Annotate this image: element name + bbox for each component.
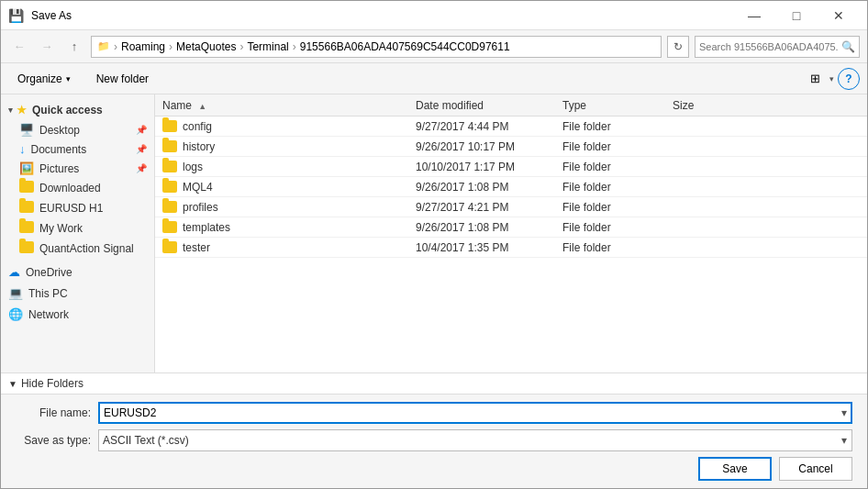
- filelist: Name ▲ Date modified Type Size config 9/…: [155, 94, 867, 372]
- onedrive-icon: ☁: [8, 265, 20, 279]
- quick-access-chevron-icon: ▾: [8, 106, 13, 115]
- back-button[interactable]: ←: [8, 36, 30, 58]
- sidebar-item-onedrive[interactable]: ☁ OneDrive: [1, 262, 154, 282]
- file-type-cell: File folder: [559, 201, 669, 214]
- folder-icon: [162, 140, 177, 152]
- sidebar-item-network[interactable]: 🌐 Network: [1, 305, 154, 324]
- sidebar-item-pictures[interactable]: 🖼️ Pictures 📌: [1, 159, 154, 178]
- savetype-select[interactable]: ASCII Text (*.csv): [98, 429, 852, 451]
- sidebar-item-documents-label: Documents: [31, 143, 131, 156]
- file-date-cell: 10/4/2017 1:35 PM: [412, 241, 559, 254]
- quick-access-header[interactable]: ▾ ★ Quick access: [1, 100, 154, 120]
- organize-label: Organize: [17, 72, 62, 85]
- close-button[interactable]: ✕: [818, 1, 860, 30]
- up-button[interactable]: ↑: [63, 36, 85, 58]
- file-date-cell: 9/27/2017 4:21 PM: [412, 201, 559, 214]
- maximize-button[interactable]: □: [775, 1, 818, 30]
- file-name: profiles: [183, 201, 218, 214]
- toolbar: Organize ▾ New folder ⊞ ▾ ?: [1, 63, 867, 94]
- file-date-cell: 10/10/2017 1:17 PM: [412, 161, 559, 173]
- col-header-size[interactable]: Size: [669, 99, 742, 112]
- bottom-area: File name: Save as type: ASCII Text (*.c…: [1, 394, 867, 488]
- file-date-cell: 9/26/2017 1:08 PM: [412, 221, 559, 234]
- file-name-cell: config: [155, 120, 412, 133]
- col-header-name[interactable]: Name ▲: [155, 99, 412, 112]
- file-name: history: [183, 140, 215, 153]
- organize-button[interactable]: Organize ▾: [8, 67, 80, 91]
- pin-icon-pictures: 📌: [136, 163, 147, 173]
- file-name-cell: logs: [155, 161, 412, 173]
- search-box: 🔍: [695, 36, 860, 58]
- folder-icon: [162, 120, 177, 132]
- sidebar-item-thispc-label: This PC: [28, 287, 147, 300]
- table-row[interactable]: config 9/27/2017 4:44 PM File folder: [155, 117, 867, 137]
- pin-icon-desktop: 📌: [136, 125, 147, 135]
- savetype-label: Save as type:: [16, 434, 98, 447]
- file-name-cell: history: [155, 140, 412, 153]
- mywork-icon: [19, 221, 34, 236]
- cancel-button[interactable]: Cancel: [779, 457, 852, 481]
- documents-icon: ↓: [19, 142, 26, 156]
- refresh-button[interactable]: ↻: [667, 36, 689, 58]
- sidebar-item-downloaded[interactable]: Downloaded: [1, 178, 154, 198]
- file-name-cell: templates: [155, 221, 412, 234]
- view-button[interactable]: ⊞: [804, 68, 826, 90]
- sidebar-item-documents[interactable]: ↓ Documents 📌: [1, 139, 154, 159]
- sidebar: ▾ ★ Quick access 🖥️ Desktop 📌 ↓ Document…: [1, 94, 155, 372]
- hide-folders-bar[interactable]: ▼ Hide Folders: [1, 372, 867, 394]
- file-date-cell: 9/26/2017 1:08 PM: [412, 181, 559, 194]
- table-row[interactable]: logs 10/10/2017 1:17 PM File folder: [155, 157, 867, 177]
- table-row[interactable]: templates 9/26/2017 1:08 PM File folder: [155, 217, 867, 238]
- filename-input-wrapper: [98, 402, 852, 424]
- table-row[interactable]: tester 10/4/2017 1:35 PM File folder: [155, 238, 867, 258]
- quick-access-label: Quick access: [32, 104, 103, 117]
- forward-button[interactable]: →: [36, 36, 58, 58]
- new-folder-button[interactable]: New folder: [87, 67, 158, 91]
- pin-icon-documents: 📌: [136, 144, 147, 154]
- chevron-down-icon: ▼: [8, 379, 17, 389]
- titlebar-icon: 💾: [8, 8, 24, 23]
- thispc-icon: 💻: [8, 286, 23, 300]
- minimize-button[interactable]: —: [733, 1, 775, 30]
- breadcrumb[interactable]: 📁 › Roaming › MetaQuotes › Terminal › 91…: [91, 36, 662, 58]
- sidebar-item-desktop[interactable]: 🖥️ Desktop 📌: [1, 120, 154, 139]
- filename-input[interactable]: [98, 402, 852, 424]
- file-name: MQL4: [183, 181, 213, 194]
- sidebar-item-eurusd[interactable]: EURUSD H1: [1, 198, 154, 218]
- view-chevron-icon: ▾: [829, 74, 834, 83]
- main-area: ▾ ★ Quick access 🖥️ Desktop 📌 ↓ Document…: [1, 94, 867, 372]
- help-button[interactable]: ?: [838, 68, 860, 90]
- file-date-cell: 9/26/2017 10:17 PM: [412, 140, 559, 153]
- save-button[interactable]: Save: [698, 457, 772, 481]
- folder-icon: [162, 201, 177, 213]
- folder-icon: [162, 221, 177, 233]
- sidebar-item-downloaded-label: Downloaded: [39, 182, 147, 194]
- table-row[interactable]: profiles 9/27/2017 4:21 PM File folder: [155, 197, 867, 217]
- sidebar-item-onedrive-label: OneDrive: [26, 266, 147, 279]
- sidebar-item-quantaction[interactable]: QuantAction Signal: [1, 239, 154, 259]
- file-type-cell: File folder: [559, 140, 669, 153]
- savetype-select-wrapper: ASCII Text (*.csv): [98, 429, 852, 451]
- sort-indicator-icon: ▲: [198, 102, 206, 111]
- file-name-cell: profiles: [155, 201, 412, 214]
- sidebar-item-quantaction-label: QuantAction Signal: [39, 242, 147, 255]
- file-name: templates: [183, 221, 230, 234]
- file-type-cell: File folder: [559, 221, 669, 234]
- help-icon: ?: [845, 72, 851, 85]
- filename-row: File name:: [16, 402, 852, 424]
- sidebar-item-thispc[interactable]: 💻 This PC: [1, 283, 154, 303]
- col-header-date[interactable]: Date modified: [412, 99, 559, 112]
- folder-icon: [162, 181, 177, 193]
- file-name: tester: [183, 241, 210, 254]
- filelist-header: Name ▲ Date modified Type Size: [155, 94, 867, 117]
- pictures-icon: 🖼️: [19, 161, 34, 175]
- quick-access-star-icon: ★: [17, 104, 27, 117]
- table-row[interactable]: history 9/26/2017 10:17 PM File folder: [155, 137, 867, 157]
- network-icon: 🌐: [8, 307, 23, 321]
- file-name-cell: tester: [155, 241, 412, 254]
- col-header-type[interactable]: Type: [559, 99, 669, 112]
- folder-icon: [162, 161, 177, 172]
- search-input[interactable]: [699, 41, 838, 52]
- sidebar-item-mywork[interactable]: My Work: [1, 218, 154, 239]
- table-row[interactable]: MQL4 9/26/2017 1:08 PM File folder: [155, 177, 867, 197]
